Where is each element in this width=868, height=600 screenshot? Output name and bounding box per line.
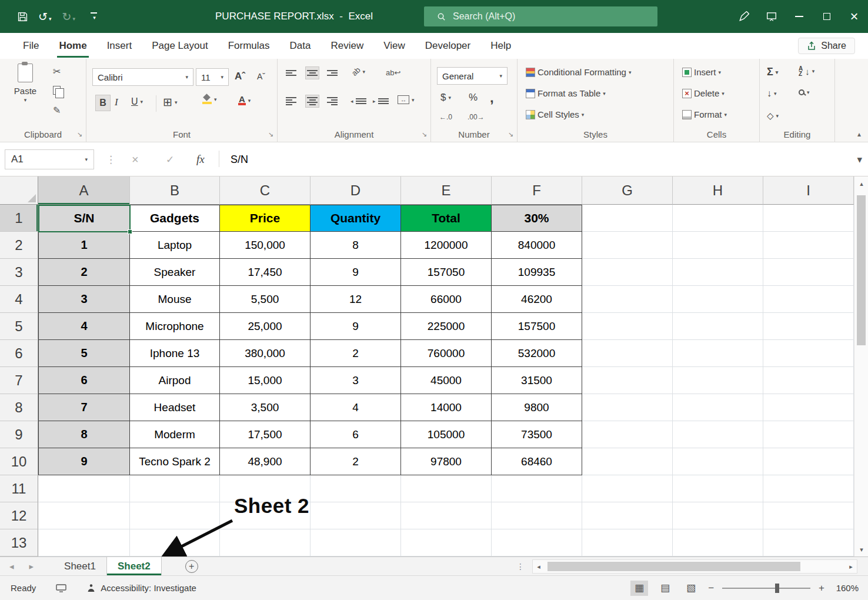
- font-color-button[interactable]: A▾: [238, 95, 251, 105]
- tab-file[interactable]: File: [15, 33, 46, 59]
- cell-H5[interactable]: [673, 313, 763, 340]
- cell-I13[interactable]: [763, 529, 854, 556]
- cell-A5[interactable]: 4: [38, 313, 130, 340]
- cell-I6[interactable]: [763, 340, 854, 367]
- delete-cells-button[interactable]: Delete▾: [682, 88, 725, 98]
- cell-H12[interactable]: [673, 502, 763, 529]
- cell-H9[interactable]: [673, 421, 763, 448]
- column-header-G[interactable]: G: [582, 176, 673, 205]
- number-format-select[interactable]: General▾: [437, 67, 508, 85]
- customize-quick-access-button[interactable]: ▾: [91, 12, 97, 21]
- increase-font-size-button[interactable]: Aˆ: [235, 71, 245, 82]
- row-header-12[interactable]: 12: [0, 502, 38, 529]
- tab-help[interactable]: Help: [483, 33, 519, 59]
- save-icon[interactable]: [18, 12, 28, 22]
- cell-I11[interactable]: [763, 475, 854, 502]
- cell-G13[interactable]: [582, 529, 673, 556]
- format-as-table-button[interactable]: Format as Table▾: [526, 88, 606, 98]
- scroll-down-button[interactable]: ▾: [854, 542, 868, 556]
- cell-E6[interactable]: 760000: [401, 340, 492, 367]
- select-all-button[interactable]: [0, 176, 38, 205]
- cell-I7[interactable]: [763, 367, 854, 394]
- fill-handle[interactable]: [128, 229, 132, 234]
- page-break-view-button[interactable]: ▧: [682, 581, 700, 596]
- cell-A7[interactable]: 6: [38, 367, 130, 394]
- cell-D9[interactable]: 6: [311, 421, 401, 448]
- cell-C12[interactable]: [220, 502, 311, 529]
- tab-home[interactable]: Home: [51, 33, 94, 59]
- row-header-11[interactable]: 11: [0, 475, 38, 502]
- page-layout-view-button[interactable]: ▤: [656, 581, 674, 596]
- cell-B12[interactable]: [130, 502, 220, 529]
- row-header-7[interactable]: 7: [0, 367, 38, 394]
- cell-E3[interactable]: 157050: [401, 259, 492, 286]
- scroll-up-button[interactable]: ▴: [854, 176, 868, 191]
- clipboard-dialog-launcher[interactable]: ↘: [77, 131, 82, 138]
- scroll-right-button[interactable]: ▸: [845, 560, 857, 573]
- orientation-button[interactable]: ab▾: [352, 67, 365, 76]
- decrease-decimal-button[interactable]: .00→: [468, 113, 485, 121]
- minimize-button[interactable]: [785, 0, 813, 33]
- normal-view-button[interactable]: ▦: [630, 581, 648, 596]
- cell-B5[interactable]: Microphone: [130, 313, 220, 340]
- cell-F6[interactable]: 532000: [492, 340, 582, 367]
- name-box[interactable]: A1▾: [5, 149, 94, 169]
- formula-bar-grip[interactable]: ⋮: [106, 149, 116, 169]
- cell-B9[interactable]: Moderm: [130, 421, 220, 448]
- cell-C6[interactable]: 380,000: [220, 340, 311, 367]
- cell-B7[interactable]: Airpod: [130, 367, 220, 394]
- cell-C7[interactable]: 15,000: [220, 367, 311, 394]
- cell-D3[interactable]: 9: [311, 259, 401, 286]
- row-header-2[interactable]: 2: [0, 232, 38, 259]
- row-header-4[interactable]: 4: [0, 286, 38, 313]
- cell-C9[interactable]: 17,500: [220, 421, 311, 448]
- font-size-select[interactable]: 11▾: [196, 68, 229, 86]
- column-header-A[interactable]: A: [38, 176, 130, 205]
- ribbon-display-options-button[interactable]: [757, 0, 785, 33]
- copy-button[interactable]: [53, 86, 61, 95]
- align-right-button[interactable]: [327, 96, 338, 106]
- cell-A13[interactable]: [38, 529, 130, 556]
- zoom-slider[interactable]: [722, 588, 810, 589]
- cell-H13[interactable]: [673, 529, 763, 556]
- cell-F2[interactable]: 840000: [492, 232, 582, 259]
- fill-color-button[interactable]: ▾: [202, 94, 217, 104]
- bold-button[interactable]: B: [96, 95, 110, 111]
- cell-A8[interactable]: 7: [38, 394, 130, 421]
- cell-I2[interactable]: [763, 232, 854, 259]
- cell-C5[interactable]: 25,000: [220, 313, 311, 340]
- zoom-slider-thumb[interactable]: [775, 584, 779, 593]
- conditional-formatting-button[interactable]: Conditional Formatting▾: [526, 67, 631, 77]
- bottom-align-button[interactable]: [327, 68, 338, 78]
- cell-B11[interactable]: [130, 475, 220, 502]
- row-header-5[interactable]: 5: [0, 313, 38, 340]
- cell-A3[interactable]: 2: [38, 259, 130, 286]
- alignment-dialog-launcher[interactable]: ↘: [422, 131, 427, 138]
- cell-F10[interactable]: 68460: [492, 448, 582, 475]
- previous-sheet-button[interactable]: ◂: [0, 557, 14, 575]
- cell-E11[interactable]: [401, 475, 492, 502]
- autosum-button[interactable]: Σ▾: [767, 66, 778, 78]
- row-header-9[interactable]: 9: [0, 421, 38, 448]
- cell-A4[interactable]: 3: [38, 286, 130, 313]
- share-button[interactable]: Share: [798, 38, 855, 54]
- cell-C2[interactable]: 150,000: [220, 232, 311, 259]
- next-sheet-button[interactable]: ▸: [14, 557, 34, 575]
- cell-I3[interactable]: [763, 259, 854, 286]
- row-header-1[interactable]: 1: [0, 205, 38, 232]
- cell-F4[interactable]: 46200: [492, 286, 582, 313]
- cell-E13[interactable]: [401, 529, 492, 556]
- cell-G4[interactable]: [582, 286, 673, 313]
- cell-G5[interactable]: [582, 313, 673, 340]
- cell-I12[interactable]: [763, 502, 854, 529]
- new-sheet-button[interactable]: +: [185, 560, 198, 573]
- vertical-scroll-thumb[interactable]: [857, 195, 866, 345]
- cell-C4[interactable]: 5,500: [220, 286, 311, 313]
- collapse-ribbon-button[interactable]: ▴: [857, 130, 861, 138]
- increase-decimal-button[interactable]: ←.0: [439, 113, 452, 121]
- cell-D1[interactable]: Quantity: [311, 205, 401, 232]
- cell-C13[interactable]: [220, 529, 311, 556]
- cell-B3[interactable]: Speaker: [130, 259, 220, 286]
- cell-G7[interactable]: [582, 367, 673, 394]
- cell-G12[interactable]: [582, 502, 673, 529]
